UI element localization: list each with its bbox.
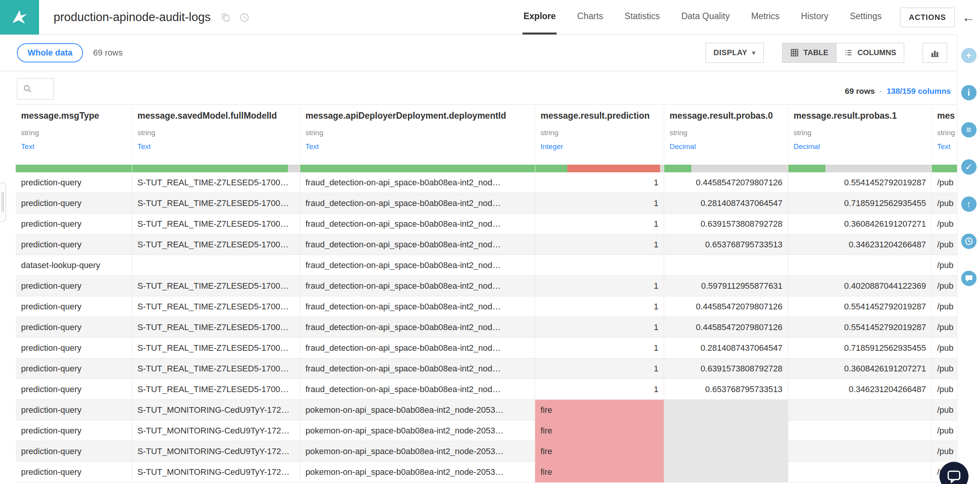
tab-statistics[interactable]: Statistics [624, 0, 661, 34]
table-cell[interactable] [788, 441, 932, 462]
table-cell[interactable]: prediction-query [16, 462, 132, 482]
table-cell[interactable]: 0.6391573808792728 [664, 358, 788, 379]
table-cell[interactable]: pokemon-on-api_space-b0ab08ea-int2_node-… [300, 441, 535, 462]
table-cell[interactable]: pokemon-on-api_space-b0ab08ea-int2_node-… [300, 462, 535, 482]
table-cell[interactable]: fraud_detection-on-api_space-b0ab08ea-in… [300, 276, 535, 296]
table-cell[interactable]: S-TUT_REAL_TIME-Z7LESED5-1700… [132, 379, 300, 400]
table-cell[interactable]: prediction-query [16, 234, 132, 255]
left-panel-handle[interactable] [0, 183, 6, 222]
table-cell[interactable]: 1 [535, 193, 664, 214]
table-cell[interactable]: S-TUT_MONITORING-CedU9TyY-172… [132, 400, 300, 420]
table-cell[interactable]: 0.3608426191207271 [788, 358, 932, 379]
table-cell[interactable]: prediction-query [16, 296, 132, 317]
table-cell[interactable]: /pub [932, 276, 957, 296]
column-header[interactable]: messtringText [932, 105, 957, 165]
schema-button[interactable]: ≡ [961, 122, 977, 137]
table-cell[interactable]: 0.5979112955877631 [664, 276, 788, 296]
table-cell[interactable]: /pub [932, 172, 957, 193]
display-menu-button[interactable]: DISPLAY ▾ [706, 43, 764, 63]
column-header[interactable]: message.result.predictionstringInteger [535, 105, 664, 165]
table-cell[interactable]: fraud_detection-on-api_space-b0ab08ea-in… [300, 193, 535, 214]
table-cell[interactable]: 0.7185912562935455 [788, 193, 932, 214]
table-cell[interactable]: S-TUT_REAL_TIME-Z7LESED5-1700… [132, 358, 300, 379]
table-cell[interactable]: S-TUT_REAL_TIME-Z7LESED5-1700… [132, 317, 300, 338]
table-cell[interactable]: /pub [932, 234, 957, 255]
table-cell[interactable]: prediction-query [16, 193, 132, 214]
table-cell[interactable]: S-TUT_MONITORING-CedU9TyY-172… [132, 420, 300, 441]
column-header[interactable]: message.result.probas.1stringDecimal [788, 105, 932, 165]
table-cell[interactable]: S-TUT_REAL_TIME-Z7LESED5-1700… [132, 214, 300, 234]
table-cell[interactable] [788, 400, 932, 420]
table-cell[interactable]: 0.44585472079807126 [664, 296, 788, 317]
tab-metrics[interactable]: Metrics [750, 0, 780, 34]
table-cell[interactable]: prediction-query [16, 358, 132, 379]
tab-history[interactable]: History [800, 0, 829, 34]
table-cell[interactable]: 0.3608426191207271 [788, 214, 932, 234]
table-cell[interactable]: fire [535, 462, 664, 482]
dataiku-logo[interactable] [0, 0, 39, 34]
table-cell[interactable]: /pub [932, 379, 957, 400]
info-button[interactable]: i [961, 85, 977, 100]
status-checks-button[interactable]: ✓ [961, 159, 977, 175]
table-cell[interactable]: prediction-query [16, 420, 132, 441]
column-meaning-link[interactable]: Text [937, 142, 957, 151]
table-cell[interactable] [788, 462, 932, 482]
table-cell[interactable]: fraud_detection-on-api_space-b0ab08ea-in… [300, 255, 535, 276]
table-cell[interactable]: S-TUT_REAL_TIME-Z7LESED5-1700… [132, 338, 300, 358]
table-cell[interactable]: prediction-query [16, 379, 132, 400]
table-cell[interactable]: 0.5541452792019287 [788, 317, 932, 338]
column-meaning-link[interactable]: Integer [541, 142, 658, 151]
columns-count-link[interactable]: 138/159 columns [887, 87, 951, 95]
table-cell[interactable]: 1 [535, 379, 664, 400]
publish-button[interactable]: ↑ [961, 196, 977, 212]
table-cell[interactable] [664, 420, 788, 441]
table-cell[interactable]: S-TUT_REAL_TIME-Z7LESED5-1700… [132, 276, 300, 296]
tab-settings[interactable]: Settings [849, 0, 882, 34]
table-cell[interactable]: 1 [535, 338, 664, 358]
discussions-button[interactable] [961, 271, 977, 286]
table-cell[interactable] [788, 255, 932, 276]
table-cell[interactable]: fraud_detection-on-api_space-b0ab08ea-in… [300, 234, 535, 255]
tab-charts[interactable]: Charts [577, 0, 604, 34]
table-cell[interactable]: 1 [535, 172, 664, 193]
table-cell[interactable]: /pub [932, 296, 957, 317]
table-cell[interactable]: S-TUT_REAL_TIME-Z7LESED5-1700… [132, 234, 300, 255]
table-cell[interactable]: /pub [932, 193, 957, 214]
tab-explore[interactable]: Explore [523, 0, 556, 34]
quick-chart-button[interactable] [923, 43, 947, 63]
table-view-button[interactable]: TABLE [782, 43, 836, 62]
column-header[interactable]: message.savedModel.fullModelIdstringText [132, 105, 300, 165]
table-cell[interactable] [535, 255, 664, 276]
table-cell[interactable]: 0.44585472079807126 [664, 172, 788, 193]
column-header[interactable]: message.msgTypestringText [16, 105, 132, 165]
table-cell[interactable]: fraud_detection-on-api_space-b0ab08ea-in… [300, 296, 535, 317]
table-cell[interactable]: prediction-query [16, 441, 132, 462]
table-cell[interactable]: 0.44585472079807126 [664, 317, 788, 338]
table-cell[interactable]: /pub [932, 317, 957, 338]
table-cell[interactable]: prediction-query [16, 214, 132, 234]
table-cell[interactable]: 0.7185912562935455 [788, 338, 932, 358]
table-cell[interactable]: /pub [932, 214, 957, 234]
columns-view-button[interactable]: COLUMNS [836, 43, 904, 62]
search-input[interactable] [17, 78, 54, 100]
column-header[interactable]: message.apiDeployerDeployment.deployment… [300, 105, 535, 165]
table-cell[interactable]: 1 [535, 358, 664, 379]
actions-button[interactable]: ACTIONS [900, 8, 955, 27]
table-cell[interactable]: 0.2814087437064547 [664, 338, 788, 358]
tab-data-quality[interactable]: Data Quality [681, 0, 731, 34]
table-cell[interactable]: 0.2814087437064547 [664, 193, 788, 214]
table-cell[interactable]: 0.5541452792019287 [788, 172, 932, 193]
table-cell[interactable]: 0.4020887044122369 [788, 276, 932, 296]
table-cell[interactable]: fraud_detection-on-api_space-b0ab08ea-in… [300, 379, 535, 400]
table-cell[interactable]: /pub [932, 255, 957, 276]
column-meaning-link[interactable]: Decimal [670, 142, 782, 151]
table-cell[interactable]: fraud_detection-on-api_space-b0ab08ea-in… [300, 358, 535, 379]
table-cell[interactable]: 1 [535, 296, 664, 317]
table-cell[interactable]: 1 [535, 214, 664, 234]
table-cell[interactable]: fraud_detection-on-api_space-b0ab08ea-in… [300, 172, 535, 193]
table-cell[interactable]: prediction-query [16, 276, 132, 296]
table-cell[interactable]: 1 [535, 317, 664, 338]
table-cell[interactable] [664, 441, 788, 462]
table-cell[interactable]: 1 [535, 234, 664, 255]
table-cell[interactable]: S-TUT_MONITORING-CedU9TyY-172… [132, 441, 300, 462]
